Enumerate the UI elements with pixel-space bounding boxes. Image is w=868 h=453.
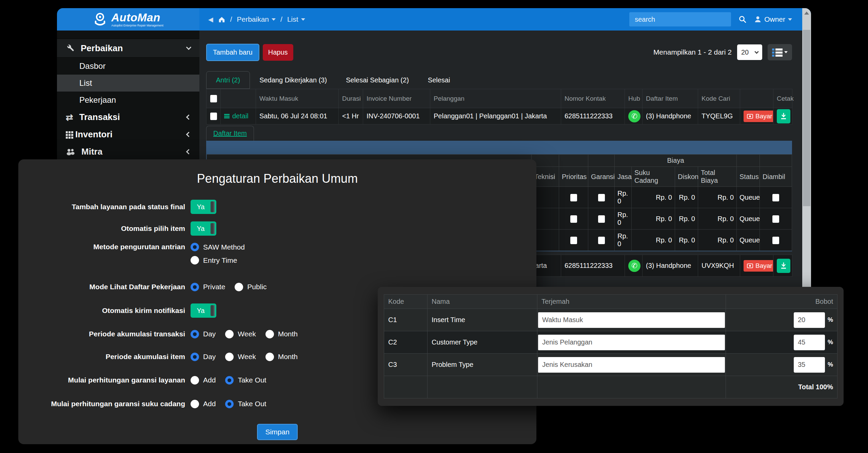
sidebar-item-inventori[interactable]: Inventori <box>57 126 199 143</box>
automan-logo-icon <box>93 12 107 27</box>
toolbar: Tambah baru Hapus Menampilkan 1 - 2 dari… <box>206 43 792 61</box>
save-button[interactable]: Simpan <box>257 424 297 440</box>
status-tabs: Antri (2) Sedang Dikerjakan (3) Selesai … <box>206 71 792 89</box>
radio-transaksi-day[interactable]: Day <box>191 330 216 338</box>
brand-tagline: Autopilot Enterprise Repair Management <box>111 24 163 27</box>
setting-label: Metode pengurutan antrian <box>18 243 185 251</box>
taken-checkbox[interactable] <box>772 194 779 201</box>
user-menu[interactable]: Owner <box>754 15 792 23</box>
view-options-button[interactable] <box>768 44 792 60</box>
cash-icon <box>747 114 753 119</box>
print-download-button[interactable] <box>777 259 790 273</box>
warranty-checkbox[interactable] <box>598 194 605 201</box>
terjemah-input[interactable] <box>538 312 725 328</box>
table-header-row: Waktu Masuk Durasi Invoice Number Pelang… <box>206 89 792 108</box>
percent-sign: % <box>828 316 833 323</box>
showing-label: Menampilkan 1 - 2 dari 2 <box>653 48 732 56</box>
delete-button[interactable]: Hapus <box>263 44 293 61</box>
download-icon <box>781 262 787 269</box>
brand[interactable]: AutoMan Autopilot Enterprise Repair Mana… <box>57 8 199 31</box>
radio-transaksi-week[interactable]: Week <box>225 330 256 338</box>
radio-item-week[interactable]: Week <box>225 353 256 361</box>
sidebar-item-pekerjaan[interactable]: Pekerjaan <box>57 92 199 109</box>
pay-button[interactable]: Bayar <box>744 260 773 272</box>
priority-checkbox[interactable] <box>570 194 577 201</box>
select-all-checkbox[interactable] <box>210 95 217 102</box>
sidebar-item-perbaikan[interactable]: Perbaikan <box>57 39 199 58</box>
sidebar-item-mitra[interactable]: Mitra <box>57 143 199 160</box>
search-input[interactable] <box>629 12 731 26</box>
priority-checkbox[interactable] <box>570 237 577 244</box>
radio-garansi-sukucadang-takeout[interactable]: Take Out <box>225 400 266 408</box>
screen: AutoMan Autopilot Enterprise Repair Mana… <box>0 0 868 453</box>
radio-entry-time[interactable]: Entry Time <box>191 256 237 264</box>
detail-header-bar <box>206 141 792 154</box>
bobot-input[interactable] <box>794 312 825 328</box>
radio-private[interactable]: Private <box>191 283 225 291</box>
add-new-button[interactable]: Tambah baru <box>206 44 259 61</box>
radio-public[interactable]: Public <box>235 283 267 291</box>
chevron-left-icon <box>186 115 192 120</box>
breadcrumb-perbaikan[interactable]: Perbaikan <box>237 15 276 23</box>
setting-label: Periode akumulasi transaksi <box>18 330 185 338</box>
toggle-final-status[interactable]: Ya <box>191 200 216 214</box>
setting-label: Mode Lihat Daftar Pekerjaan <box>18 283 185 291</box>
taken-checkbox[interactable] <box>772 237 779 244</box>
modal-title: Pengaturan Perbaikan Umum <box>18 159 536 186</box>
scroll-up-icon[interactable] <box>804 12 809 15</box>
tab-selesai[interactable]: Selesai <box>418 71 460 89</box>
breadcrumb-list[interactable]: List <box>287 15 305 23</box>
scrollbar-thumb[interactable] <box>803 30 810 206</box>
pay-button[interactable]: Bayar <box>744 111 773 122</box>
radio-icon <box>191 376 199 385</box>
radio-icon <box>225 400 234 408</box>
radio-transaksi-month[interactable]: Month <box>265 330 298 338</box>
download-icon <box>781 113 787 120</box>
tab-sedang-dikerjakan[interactable]: Sedang Dikerjakan (3) <box>250 71 336 89</box>
radio-item-month[interactable]: Month <box>265 353 298 361</box>
terjemah-input[interactable] <box>538 357 725 373</box>
warranty-checkbox[interactable] <box>598 237 605 244</box>
toggle-auto-select-item[interactable]: Ya <box>191 221 216 236</box>
whatsapp-icon[interactable]: ✆ <box>628 110 640 122</box>
tab-antri[interactable]: Antri (2) <box>206 71 250 89</box>
sidebar-item-list[interactable]: List <box>57 75 199 92</box>
cash-icon <box>747 263 753 268</box>
radio-item-day[interactable]: Day <box>191 353 216 361</box>
page-size-select[interactable]: 20 <box>737 44 762 60</box>
sidebar-item-transaksi[interactable]: ⇄ Transaksi <box>57 109 199 126</box>
row-checkbox[interactable] <box>210 113 217 120</box>
back-icon[interactable]: ◀ <box>208 16 213 23</box>
radio-icon <box>225 353 234 361</box>
sidebar-item-dasbor[interactable]: Dasbor <box>57 58 199 75</box>
print-download-button[interactable] <box>777 109 790 123</box>
total-weight-label: Total 100% <box>726 376 837 398</box>
search-icon[interactable] <box>738 15 747 23</box>
tab-selesai-sebagian[interactable]: Selesai Sebagian (2) <box>336 71 418 89</box>
radio-garansi-sukucadang-add[interactable]: Add <box>191 400 216 408</box>
criteria-panel: Kode Nama Terjemah Bobot C1 Insert Time … <box>378 287 844 406</box>
terjemah-input[interactable] <box>538 335 725 350</box>
radio-icon <box>191 400 199 408</box>
radio-icon <box>191 353 199 361</box>
chevron-down-icon <box>186 45 192 50</box>
home-icon[interactable] <box>218 16 225 23</box>
bobot-input[interactable] <box>794 335 825 350</box>
detail-link[interactable]: detail <box>224 112 249 120</box>
radio-garansi-layanan-takeout[interactable]: Take Out <box>225 376 266 385</box>
taken-checkbox[interactable] <box>772 215 779 223</box>
radio-garansi-layanan-add[interactable]: Add <box>191 376 216 385</box>
chevron-left-icon <box>186 132 192 137</box>
exchange-icon: ⇄ <box>66 113 73 122</box>
priority-checkbox[interactable] <box>570 215 577 223</box>
toggle-auto-notification[interactable]: Ya <box>191 303 216 318</box>
bobot-input[interactable] <box>794 357 825 373</box>
setting-label: Mulai perhitungan garansi layanan <box>18 376 185 384</box>
criteria-total-row: Total 100% <box>384 376 837 398</box>
criteria-row: C3 Problem Type % <box>384 354 837 376</box>
chevron-left-icon <box>186 149 192 155</box>
tab-daftar-item[interactable]: Daftar Item <box>206 126 254 141</box>
radio-saw-method[interactable]: SAW Method <box>191 243 245 251</box>
whatsapp-icon[interactable]: ✆ <box>628 260 640 272</box>
warranty-checkbox[interactable] <box>598 215 605 223</box>
